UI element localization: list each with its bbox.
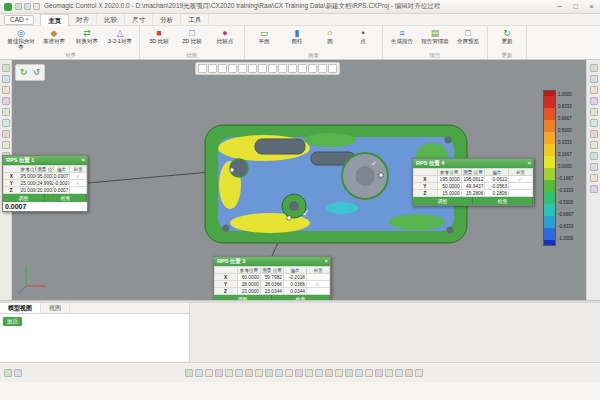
close-icon[interactable]: × <box>81 157 85 163</box>
tab-主页[interactable]: 主页 <box>40 14 69 26</box>
zoom-in-icon[interactable] <box>228 64 237 73</box>
rps-marker[interactable] <box>230 168 234 172</box>
tab-分析[interactable]: 分析 <box>153 14 181 26</box>
view-iso-icon[interactable] <box>185 369 193 377</box>
front-view-icon[interactable] <box>2 130 10 138</box>
lighting-icon[interactable] <box>365 369 373 377</box>
bookmark-icon[interactable] <box>590 119 598 127</box>
display-icon[interactable] <box>590 97 598 105</box>
pan-icon[interactable] <box>275 369 283 377</box>
shaded-edges-icon[interactable] <box>325 369 333 377</box>
ribbon-button-生成报告[interactable]: ≡生成报告 <box>386 27 418 51</box>
ribbon-button-最佳拟合对齐[interactable]: ◎最佳拟合对齐 <box>5 27 37 51</box>
view-bottom-icon[interactable] <box>245 369 253 377</box>
view-back-icon[interactable] <box>205 369 213 377</box>
tree-toggle-icon[interactable] <box>4 369 12 377</box>
fit-icon[interactable] <box>248 64 257 73</box>
annotation-icon[interactable] <box>288 64 297 73</box>
rps-table-1[interactable]: RPS 位置 1×参考位置测量 位置偏差检查X95.000095.00070.0… <box>2 155 88 212</box>
light-icon[interactable] <box>590 141 598 149</box>
wireframe-icon[interactable] <box>305 369 313 377</box>
report-icon[interactable] <box>590 108 598 116</box>
ribbon-button-报告管理器[interactable]: ▤报告管理器 <box>419 27 451 51</box>
filter-icon[interactable] <box>14 369 22 377</box>
ribbon-button-基准对齐[interactable]: ◆基准对齐 <box>38 27 70 51</box>
shaded-icon[interactable] <box>258 64 267 73</box>
pan-hand-icon[interactable] <box>218 64 227 73</box>
ribbon-button-更新[interactable]: ↻更新 <box>491 27 523 51</box>
texture-icon[interactable] <box>335 369 343 377</box>
orbit-icon[interactable] <box>208 64 217 73</box>
section-icon[interactable] <box>395 369 403 377</box>
ribbon-button-全屏预览[interactable]: □全屏预览 <box>452 27 484 51</box>
tab-工具[interactable]: 工具 <box>181 14 209 26</box>
pan-icon[interactable] <box>2 86 10 94</box>
rps-table-title[interactable]: RPS 位置 3× <box>214 257 330 266</box>
properties-icon[interactable] <box>590 86 598 94</box>
rps-marker[interactable] <box>287 216 291 220</box>
footer-button-调整[interactable]: 调整 <box>413 197 473 205</box>
check-cell[interactable]: ✓ <box>70 173 87 180</box>
ribbon-button-3D 比较[interactable]: ■3D 比较 <box>143 27 175 51</box>
camera-icon[interactable] <box>590 130 598 138</box>
view-front-icon[interactable] <box>195 369 203 377</box>
rps-table-title[interactable]: RPS 位置 1× <box>3 156 87 165</box>
rps-marker[interactable] <box>379 173 383 177</box>
view-left-icon[interactable] <box>215 369 223 377</box>
rotate-ccw-icon[interactable] <box>265 369 273 377</box>
grid-icon[interactable] <box>385 369 393 377</box>
rps-table-3[interactable]: RPS 位置 3×参考位置测量 位置偏差检查X60.000059.7982-0.… <box>213 256 331 304</box>
zoom-window-icon[interactable] <box>238 64 247 73</box>
footer-button-检查[interactable]: 检查 <box>45 194 87 202</box>
check-cell[interactable] <box>307 288 330 295</box>
rotate-cw-icon[interactable] <box>255 369 263 377</box>
close-icon[interactable]: × <box>527 160 531 166</box>
maximize-icon[interactable]: □ <box>571 3 580 10</box>
measure-icon[interactable] <box>318 64 327 73</box>
view-right-icon[interactable] <box>225 369 233 377</box>
settings-icon[interactable] <box>415 369 423 377</box>
redo-icon[interactable] <box>33 3 40 10</box>
sync-icon[interactable]: ↻ <box>18 67 29 78</box>
tab-尺寸[interactable]: 尺寸 <box>125 14 153 26</box>
deviation-icon[interactable] <box>278 64 287 73</box>
ribbon-button-圆柱[interactable]: ▮圆柱 <box>281 27 313 51</box>
check-cell[interactable]: ✓ <box>307 281 330 288</box>
deviation-color-icon[interactable] <box>345 369 353 377</box>
rps-table-4[interactable]: RPS 位置 4×参考位置测量 位置偏差检查X195.0000195.06120… <box>412 158 534 206</box>
footer-button-调整[interactable]: 调整 <box>3 194 45 202</box>
zoom-icon[interactable] <box>2 108 10 116</box>
check-cell[interactable] <box>70 187 87 194</box>
undo-icon[interactable] <box>24 3 31 10</box>
tree-icon[interactable] <box>590 64 598 72</box>
ribbon-button-点[interactable]: •点 <box>347 27 379 51</box>
shaded-icon[interactable] <box>315 369 323 377</box>
check-cell[interactable] <box>509 190 533 197</box>
orbit-icon[interactable]: ↺ <box>31 67 42 78</box>
perspective-icon[interactable] <box>375 369 383 377</box>
view-top-icon[interactable] <box>235 369 243 377</box>
arrow-icon[interactable] <box>198 64 207 73</box>
ribbon-button-3-2-1对齐[interactable]: △3-2-1对齐 <box>104 27 136 51</box>
close-icon[interactable]: × <box>324 258 328 264</box>
ribbon-button-平面[interactable]: ▭平面 <box>248 27 280 51</box>
help-icon[interactable] <box>590 174 598 182</box>
tab-对齐[interactable]: 对齐 <box>69 14 97 26</box>
check-cell[interactable] <box>509 183 533 190</box>
save-icon[interactable] <box>15 3 22 10</box>
check-cell[interactable]: ✓ <box>70 180 87 187</box>
bottom-tab-视图[interactable]: 视图 <box>41 303 70 313</box>
cad-menu-button[interactable]: CAD▾ <box>4 15 34 25</box>
settings-icon[interactable] <box>590 185 598 193</box>
lasso-icon[interactable] <box>2 75 10 83</box>
zoom-fit-icon[interactable] <box>295 369 303 377</box>
ribbon-button-比较点[interactable]: ●比较点 <box>209 27 241 51</box>
screenshot-icon[interactable] <box>405 369 413 377</box>
fit-view-icon[interactable] <box>2 119 10 127</box>
note-icon[interactable] <box>590 163 598 171</box>
select-icon[interactable] <box>2 64 10 72</box>
check-cell[interactable]: ✓ <box>509 176 533 183</box>
rotate-icon[interactable] <box>2 97 10 105</box>
wireframe-icon[interactable] <box>268 64 277 73</box>
rps-table-title[interactable]: RPS 位置 4× <box>413 159 533 168</box>
